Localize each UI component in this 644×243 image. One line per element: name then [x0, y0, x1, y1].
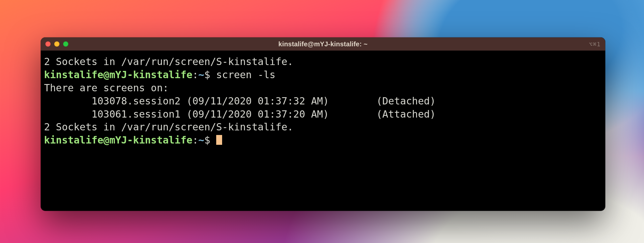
terminal-window: kinstalife@mYJ-kinstalife: ~ ⌥⌘1 2 Socke…	[41, 37, 605, 211]
prompt-user-host: kinstalife@mYJ-kinstalife	[44, 134, 193, 146]
close-button[interactable]	[45, 41, 51, 47]
output-line: 103061.session1 (09/11/2020 01:37:20 AM)…	[44, 108, 436, 120]
prompt-separator: :	[193, 69, 198, 80]
desktop-wallpaper: kinstalife@mYJ-kinstalife: ~ ⌥⌘1 2 Socke…	[0, 0, 644, 243]
prompt-symbol: $	[204, 69, 210, 80]
output-line: 2 Sockets in /var/run/screen/S-kinstalif…	[44, 121, 293, 133]
output-line: There are screens on:	[44, 82, 169, 94]
window-titlebar[interactable]: kinstalife@mYJ-kinstalife: ~ ⌥⌘1	[41, 37, 605, 51]
command-text: screen -ls	[216, 69, 276, 80]
prompt-symbol: $	[204, 134, 210, 146]
output-line: 103078.session2 (09/11/2020 01:37:32 AM)…	[44, 95, 436, 107]
window-pane-indicator: ⌥⌘1	[589, 41, 601, 48]
zoom-button[interactable]	[63, 41, 68, 47]
prompt-path: ~	[198, 134, 204, 146]
traffic-lights	[45, 41, 68, 47]
cursor-block	[216, 135, 222, 145]
output-line: 2 Sockets in /var/run/screen/S-kinstalif…	[44, 56, 293, 67]
prompt-separator: :	[193, 134, 198, 146]
minimize-button[interactable]	[54, 41, 59, 47]
prompt-user-host: kinstalife@mYJ-kinstalife	[44, 69, 193, 80]
window-title: kinstalife@mYJ-kinstalife: ~	[41, 40, 605, 48]
terminal-body[interactable]: 2 Sockets in /var/run/screen/S-kinstalif…	[41, 51, 605, 151]
prompt-path: ~	[198, 69, 204, 80]
